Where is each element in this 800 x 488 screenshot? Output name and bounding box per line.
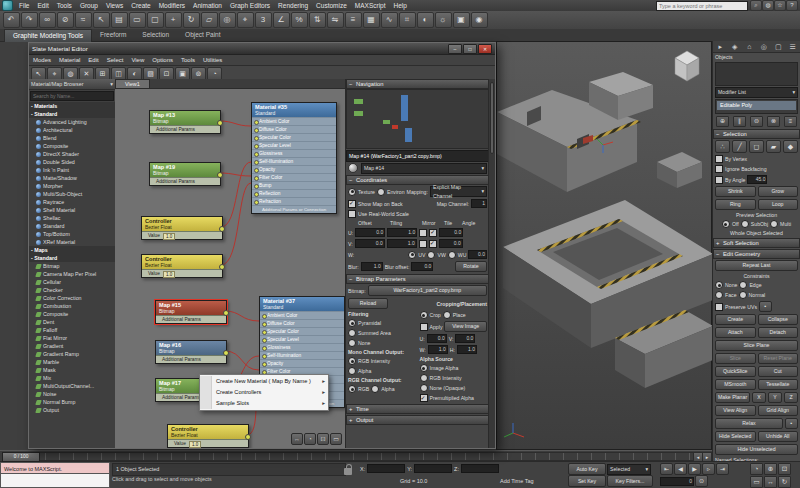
window-crossing-icon[interactable]: ▢	[147, 12, 164, 28]
soft-selection-rollout-header[interactable]: Soft Selection	[713, 238, 800, 248]
constraint-normal-radio[interactable]	[739, 291, 747, 299]
node-controller-2[interactable]: ControllerBezier Float Value1.0	[141, 254, 223, 278]
node-controller-1[interactable]: ControllerBezier Float Value1.0	[141, 216, 223, 240]
u-tile-checkbox[interactable]	[429, 229, 437, 237]
u-offset-field[interactable]: 0.0	[355, 228, 385, 237]
spinner-snap-icon[interactable]: ⇅	[309, 12, 326, 28]
crop-w-field[interactable]: 1.0	[428, 345, 448, 354]
help-icon[interactable]: ?	[786, 0, 798, 11]
display-tab-icon[interactable]: ▢	[771, 41, 786, 52]
material-slot-1[interactable]: Diffuse Color	[252, 125, 336, 133]
browser-item[interactable]: MultiOutputChannel...	[29, 382, 115, 390]
mono-rgb-intensity-radio[interactable]	[348, 357, 356, 365]
menu-item-2[interactable]: Tools	[53, 0, 76, 11]
crop-u-field[interactable]: 0.0	[427, 334, 447, 343]
align-icon[interactable]: ≡	[345, 12, 362, 28]
browser-item[interactable]: Morpher	[29, 182, 115, 190]
selection-lock-icon[interactable]	[344, 468, 352, 475]
menu-item-12[interactable]: Help	[390, 0, 411, 11]
attach-button[interactable]: Attach	[715, 327, 756, 338]
reset-plane-button[interactable]: Reset Plane	[758, 353, 799, 364]
navigator-minimap[interactable]	[346, 89, 489, 149]
relax-settings-button[interactable]: ▪	[785, 418, 798, 429]
browser-item[interactable]: Multi/Sub-Object	[29, 190, 115, 198]
browser-item[interactable]: XRef Material	[29, 238, 115, 246]
go-to-frame-icon[interactable]: ⊙	[695, 475, 708, 487]
browser-item[interactable]: Cellular	[29, 278, 115, 286]
detach-button[interactable]: Detach	[758, 327, 799, 338]
next-frame-icon[interactable]: ▹	[702, 463, 715, 475]
grid-align-button[interactable]: Grid Align	[758, 405, 799, 416]
modifier-stack[interactable]: Editable Poly	[715, 99, 798, 114]
slate-menu-1[interactable]: Material	[55, 55, 84, 65]
menu-item-7[interactable]: Animation	[189, 0, 226, 11]
zoom-view-icon[interactable]: ◔	[304, 433, 316, 445]
browser-item[interactable]: Raytrace	[29, 198, 115, 206]
coordinates-rollout-header[interactable]: Coordinates	[346, 175, 489, 185]
wu-radio[interactable]	[448, 251, 456, 259]
parameter-scrollbar[interactable]	[488, 79, 495, 448]
alpha-rgb-intensity-radio[interactable]	[420, 374, 428, 382]
msmooth-button[interactable]: MSmooth	[715, 379, 756, 390]
ribbon-tab-3[interactable]: Object Paint	[177, 29, 228, 41]
browser-item[interactable]: Flat Mirror	[29, 334, 115, 342]
browser-item[interactable]: Mix	[29, 374, 115, 382]
time-slider-handle[interactable]: 0 / 100	[2, 452, 40, 462]
select-and-scale-icon[interactable]: ▱	[201, 12, 218, 28]
browser-item[interactable]: Output	[29, 406, 115, 414]
slate-menu-7[interactable]: Utilities	[199, 55, 226, 65]
maximize-button[interactable]: □	[463, 44, 477, 54]
reload-button[interactable]: Reload	[348, 298, 388, 309]
layer-manager-icon[interactable]: ▦	[363, 12, 380, 28]
mirror-icon[interactable]: ⇋	[327, 12, 344, 28]
browser-item[interactable]: Camera Map Per Pixel	[29, 270, 115, 278]
material-slot-0[interactable]: Ambient Color	[260, 311, 344, 319]
planar-y-button[interactable]: Y	[768, 392, 782, 403]
set-key-button[interactable]: Set Key	[568, 475, 606, 487]
quickslice-button[interactable]: QuickSlice	[715, 366, 756, 377]
menu-item-3[interactable]: Group	[76, 0, 102, 11]
blur-field[interactable]: 1.0	[361, 262, 383, 271]
browser-item[interactable]: DirectX Shader	[29, 150, 115, 158]
motion-tab-icon[interactable]: ◎	[757, 41, 772, 52]
zoom-region-icon[interactable]: ▭	[750, 476, 763, 488]
preview-off-radio[interactable]	[722, 220, 730, 228]
menu-item-10[interactable]: Customize	[312, 0, 351, 11]
browser-item[interactable]: Matte/Shadow	[29, 174, 115, 182]
go-to-end-icon[interactable]: ⇥	[716, 463, 729, 475]
w-angle-field[interactable]: 0.0	[468, 250, 487, 259]
browser-item[interactable]: Shell Material	[29, 206, 115, 214]
shrink-button[interactable]: Shrink	[715, 186, 756, 197]
time-rollout-header[interactable]: Time	[346, 404, 489, 414]
browser-item[interactable]: Normal Bump	[29, 398, 115, 406]
undo-icon[interactable]: ↶	[3, 12, 20, 28]
planar-z-button[interactable]: Z	[784, 392, 798, 403]
browser-search-input[interactable]	[30, 91, 114, 101]
menu-item-6[interactable]: Modifiers	[155, 0, 189, 11]
select-by-name-icon[interactable]: ▤	[111, 12, 128, 28]
perspective-viewport[interactable]	[496, 41, 712, 450]
slice-button[interactable]: Slice	[715, 353, 756, 364]
ring-button[interactable]: Ring	[715, 199, 756, 210]
browser-item[interactable]: Top/Bottom	[29, 230, 115, 238]
view-tab[interactable]: View1	[115, 79, 150, 88]
material-slot-7[interactable]: Filter Color	[252, 173, 336, 181]
material-slot-6[interactable]: Opacity	[260, 359, 344, 367]
browser-item[interactable]: Marble	[29, 358, 115, 366]
grow-button[interactable]: Grow	[758, 186, 799, 197]
object-list-box[interactable]	[715, 62, 798, 86]
scrollbar-thumb[interactable]	[490, 82, 494, 154]
environ-radio[interactable]	[377, 188, 385, 196]
mono-alpha-radio[interactable]	[348, 367, 356, 375]
preserve-uvs-checkbox[interactable]	[715, 303, 723, 311]
browser-group-header[interactable]: - Maps	[29, 246, 115, 254]
modify-tab-icon[interactable]: ◈	[728, 41, 743, 52]
repeat-last-button[interactable]: Repeat Last	[715, 260, 798, 271]
v-tiling-field[interactable]: 1.0	[387, 239, 417, 248]
output-socket[interactable]	[217, 120, 223, 126]
hierarchy-tab-icon[interactable]: ⌂	[742, 41, 757, 52]
redo-icon[interactable]: ↷	[21, 12, 38, 28]
maxscript-listener-line[interactable]	[0, 474, 110, 488]
material-slot-3[interactable]: Specular Level	[252, 141, 336, 149]
context-menu-item-1[interactable]: Create Controllers	[200, 387, 328, 398]
